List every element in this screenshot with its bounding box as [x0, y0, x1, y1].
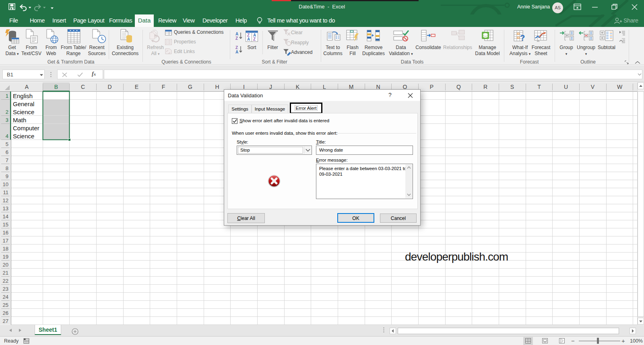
- svg-text:A: A: [235, 50, 238, 54]
- svg-text:A: A: [247, 37, 250, 41]
- svg-text:A: A: [235, 32, 238, 36]
- svg-text:Z: Z: [235, 45, 238, 50]
- svg-text:Z: Z: [253, 37, 256, 41]
- svg-text:?: ?: [520, 33, 525, 42]
- svg-text:Z: Z: [235, 36, 238, 41]
